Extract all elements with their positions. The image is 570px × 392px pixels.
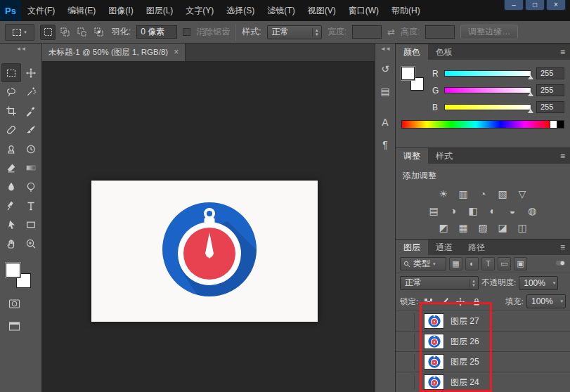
red-value[interactable]: 255 bbox=[536, 67, 564, 79]
filter-shape-layers-icon[interactable]: ▭ bbox=[498, 257, 511, 270]
height-input[interactable] bbox=[425, 25, 455, 39]
paragraph-panel-icon[interactable]: ¶ bbox=[377, 136, 394, 153]
style-dropdown[interactable]: 正常 ▲▼ bbox=[267, 25, 322, 39]
new-selection-button[interactable] bbox=[40, 25, 56, 40]
brush-tool[interactable] bbox=[21, 120, 41, 139]
clone-stamp-tool[interactable] bbox=[1, 139, 21, 158]
black-white-icon[interactable]: ◧ bbox=[465, 203, 482, 218]
gradient-tool[interactable] bbox=[21, 158, 41, 177]
threshold-icon[interactable]: ▨ bbox=[474, 220, 492, 235]
lasso-tool[interactable] bbox=[1, 82, 21, 101]
menu-file[interactable]: 文件(F) bbox=[21, 0, 61, 21]
quick-mask-button[interactable] bbox=[6, 296, 22, 311]
visibility-eye-well[interactable] bbox=[399, 313, 415, 329]
filter-type-layers-icon[interactable]: T bbox=[481, 257, 495, 270]
red-slider-handle[interactable] bbox=[528, 75, 533, 79]
exposure-icon[interactable]: ▧ bbox=[494, 186, 512, 201]
layer-row[interactable]: 图层 26 bbox=[396, 332, 570, 352]
expand-panels-icon[interactable]: ◄◄ bbox=[375, 44, 395, 55]
color-balance-icon[interactable]: ◑ bbox=[445, 203, 462, 218]
menu-edit[interactable]: 编辑(E) bbox=[61, 0, 102, 21]
tool-preset-picker[interactable]: ▾ bbox=[5, 24, 34, 41]
tab-channels[interactable]: 通道 bbox=[428, 240, 460, 255]
spot-healing-brush-tool[interactable] bbox=[1, 120, 21, 139]
filter-adjustment-layers-icon[interactable]: ◐ bbox=[465, 257, 479, 270]
brightness-contrast-icon[interactable]: ☀ bbox=[435, 186, 453, 201]
panel-menu-icon[interactable]: ≡ bbox=[560, 242, 565, 252]
tab-paths[interactable]: 路径 bbox=[460, 240, 493, 255]
selective-color-icon[interactable]: ◫ bbox=[514, 220, 531, 235]
tab-close-icon[interactable]: × bbox=[174, 44, 179, 61]
layer-thumbnail[interactable] bbox=[424, 334, 444, 349]
menu-type[interactable]: 文字(Y) bbox=[179, 0, 220, 21]
visibility-eye-well[interactable] bbox=[399, 374, 415, 390]
color-spectrum-ramp[interactable] bbox=[401, 120, 550, 129]
menu-image[interactable]: 图像(I) bbox=[102, 0, 139, 21]
collapse-tools-icon[interactable]: ◄◄ bbox=[0, 44, 41, 55]
opacity-dropdown[interactable]: 100% ▾ bbox=[519, 276, 558, 290]
width-input[interactable] bbox=[352, 25, 382, 39]
spectrum-white-swatch[interactable] bbox=[550, 120, 557, 129]
path-selection-tool[interactable] bbox=[1, 215, 21, 234]
tab-adjustments[interactable]: 调整 bbox=[396, 148, 428, 164]
foreground-color-swatch[interactable] bbox=[6, 263, 20, 277]
vibrance-icon[interactable]: ▽ bbox=[514, 186, 531, 201]
filter-smart-objects-icon[interactable]: ▣ bbox=[514, 257, 527, 270]
layer-thumbnail[interactable] bbox=[424, 313, 444, 329]
eyedropper-tool[interactable] bbox=[21, 101, 41, 120]
panel-menu-icon[interactable]: ≡ bbox=[560, 151, 565, 161]
lock-position-icon[interactable] bbox=[453, 295, 467, 308]
dodge-tool[interactable] bbox=[21, 177, 41, 196]
feather-input[interactable] bbox=[136, 25, 177, 39]
minimize-button[interactable]: – bbox=[504, 0, 524, 11]
tab-color[interactable]: 颜色 bbox=[396, 44, 428, 60]
curves-icon[interactable]: ◔ bbox=[474, 186, 492, 201]
green-slider-handle[interactable] bbox=[528, 92, 533, 96]
green-value[interactable]: 255 bbox=[536, 84, 564, 96]
hue-saturation-icon[interactable]: ▤ bbox=[425, 203, 443, 218]
lock-all-icon[interactable] bbox=[469, 295, 483, 308]
menu-view[interactable]: 视图(V) bbox=[302, 0, 342, 21]
levels-icon[interactable]: ▥ bbox=[455, 186, 472, 201]
pen-tool[interactable] bbox=[1, 196, 21, 215]
layer-thumbnail[interactable] bbox=[424, 354, 444, 370]
hand-tool[interactable] bbox=[1, 234, 21, 253]
lock-transparent-pixels-icon[interactable] bbox=[421, 295, 434, 308]
color-lookup-icon[interactable]: ◍ bbox=[524, 203, 541, 218]
screen-mode-button[interactable] bbox=[6, 319, 22, 333]
swap-dimensions-icon[interactable]: ⇄ bbox=[387, 27, 395, 37]
tab-swatches[interactable]: 色板 bbox=[428, 44, 460, 60]
eraser-tool[interactable] bbox=[1, 158, 21, 177]
layer-row[interactable]: 图层 27 bbox=[396, 311, 570, 332]
fill-dropdown[interactable]: 100% ▾ bbox=[526, 294, 566, 308]
intersect-selection-button[interactable] bbox=[91, 25, 106, 40]
tab-layers[interactable]: 图层 bbox=[396, 240, 428, 255]
menu-filter[interactable]: 滤镜(T) bbox=[261, 0, 301, 21]
gradient-map-icon[interactable]: ◪ bbox=[494, 220, 512, 235]
layer-row[interactable]: 图层 25 bbox=[396, 352, 570, 372]
green-slider[interactable] bbox=[444, 87, 531, 93]
add-to-selection-button[interactable] bbox=[57, 25, 72, 40]
blue-slider-handle[interactable] bbox=[528, 109, 533, 113]
menu-select[interactable]: 选择(S) bbox=[220, 0, 261, 21]
close-button[interactable]: × bbox=[546, 0, 566, 11]
menu-window[interactable]: 窗口(W) bbox=[342, 0, 385, 21]
visibility-eye-well[interactable] bbox=[399, 334, 415, 349]
magic-wand-tool[interactable] bbox=[21, 82, 41, 101]
history-panel-icon[interactable]: ↺ bbox=[377, 60, 394, 77]
blur-tool[interactable] bbox=[1, 177, 21, 196]
refine-edge-button[interactable]: 调整边缘… bbox=[460, 25, 518, 39]
filter-pixel-layers-icon[interactable]: ▦ bbox=[449, 257, 462, 270]
canvas[interactable] bbox=[91, 181, 318, 322]
tab-styles[interactable]: 样式 bbox=[428, 148, 460, 164]
layer-row[interactable]: 图层 24 bbox=[396, 372, 570, 392]
layer-filter-toggle[interactable] bbox=[555, 259, 566, 270]
character-panel-icon[interactable]: A bbox=[377, 114, 394, 131]
properties-panel-icon[interactable]: ▤ bbox=[377, 83, 394, 100]
panel-menu-icon[interactable]: ≡ bbox=[560, 47, 565, 57]
lock-image-pixels-icon[interactable] bbox=[437, 295, 451, 308]
invert-icon[interactable]: ◩ bbox=[435, 220, 453, 235]
blue-slider[interactable] bbox=[444, 104, 531, 110]
menu-help[interactable]: 帮助(H) bbox=[385, 0, 427, 21]
maximize-button[interactable]: □ bbox=[525, 0, 545, 11]
